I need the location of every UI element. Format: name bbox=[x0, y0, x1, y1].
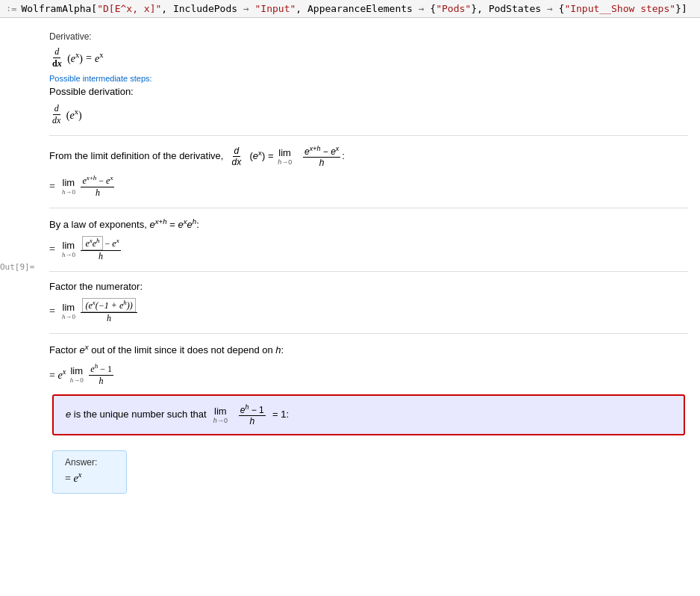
divider-3 bbox=[49, 271, 688, 272]
divider-1 bbox=[49, 135, 688, 136]
divider-4 bbox=[49, 333, 688, 334]
highlighted-box: e is the unique number such that lim h→0… bbox=[52, 394, 685, 435]
derivative-frac: d dx bbox=[51, 46, 63, 69]
possible-deriv-expr: d dx (ex) bbox=[49, 103, 688, 126]
derivative-section: Derivative: d dx (ex) = ex Possible inte… bbox=[37, 25, 700, 507]
step3-text: Factor the numerator: bbox=[49, 281, 688, 292]
divider-2 bbox=[49, 208, 688, 208]
step1-eq: = lim h→0 ex+h − ex h bbox=[49, 174, 688, 199]
possible-steps-link[interactable]: Possible intermediate steps: bbox=[49, 74, 688, 83]
step2-eq: = lim h→0 exeh − ex h bbox=[49, 236, 688, 262]
answer-box: Answer: = ex bbox=[52, 450, 127, 494]
step1-text: From the limit definition of the derivat… bbox=[49, 145, 688, 168]
step3-eq: = lim h→0 (ex(−1 + eh)) h bbox=[49, 298, 688, 324]
step2-text: By a law of exponents, ex+h = exeh: bbox=[49, 217, 688, 230]
possible-derivation-label: Possible derivation: bbox=[49, 86, 688, 97]
prompt-label: ∶= bbox=[6, 4, 16, 14]
derivative-label: Derivative: bbox=[49, 31, 688, 42]
derivative-result: d dx (ex) = ex bbox=[49, 46, 688, 69]
code-input: WolframAlpha["D[E^x, x]", IncludePods → … bbox=[21, 3, 687, 14]
answer-result: = ex bbox=[65, 471, 114, 485]
step4-eq: = ex lim h→0 eh − 1 h bbox=[49, 362, 688, 387]
step4-text: Factor ex out of the limit since it does… bbox=[49, 343, 688, 356]
main-content: Out[9]= Derivative: d dx (ex) = ex Possi… bbox=[0, 18, 700, 515]
output-label: Out[9]= bbox=[0, 261, 30, 271]
top-bar: ∶= WolframAlpha["D[E^x, x]", IncludePods… bbox=[0, 0, 700, 18]
highlighted-text: e is the unique number such that lim h→0… bbox=[66, 403, 289, 426]
answer-label: Answer: bbox=[65, 457, 114, 468]
